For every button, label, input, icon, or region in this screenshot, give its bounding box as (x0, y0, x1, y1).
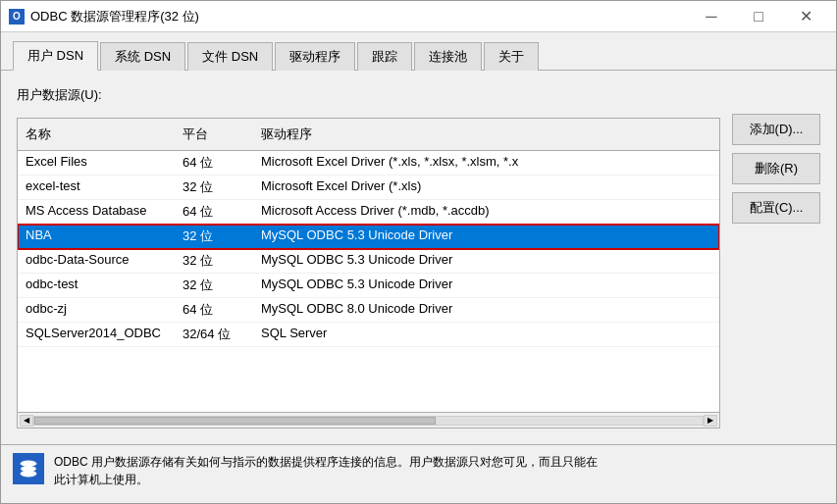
scrollbar-track[interactable] (33, 416, 704, 426)
tab-about[interactable]: 关于 (484, 42, 539, 71)
cell-name: odbc-test (18, 274, 175, 297)
cell-name: Excel Files (18, 151, 175, 175)
cell-driver: MySQL ODBC 8.0 Unicode Driver (253, 298, 719, 322)
footer-line2: 此计算机上使用。 (54, 471, 598, 488)
table-row[interactable]: MS Access Database64 位Microsoft Access D… (18, 200, 719, 225)
tab-system-dsn[interactable]: 系统 DSN (100, 42, 185, 71)
tab-tracing[interactable]: 跟踪 (357, 42, 412, 71)
table-row[interactable]: excel-test32 位Microsoft Excel Driver (*.… (18, 176, 719, 200)
cell-driver: MySQL ODBC 5.3 Unicode Driver (253, 249, 719, 273)
cell-platform: 64 位 (175, 200, 253, 224)
table-header: 名称 平台 驱动程序 (18, 119, 719, 151)
app-icon: O (9, 9, 25, 25)
cell-platform: 64 位 (175, 298, 253, 322)
scroll-right-arrow[interactable]: ▶ (704, 415, 717, 427)
cell-name: odbc-Data-Source (18, 249, 175, 273)
config-button[interactable]: 配置(C)... (732, 192, 820, 224)
footer-line1: ODBC 用户数据源存储有关如何与指示的数据提供程序连接的信息。用户数据源只对您… (54, 453, 598, 471)
table-row[interactable]: Excel Files64 位Microsoft Excel Driver (*… (18, 151, 719, 176)
table-body[interactable]: Excel Files64 位Microsoft Excel Driver (*… (18, 151, 719, 412)
cell-driver: MySQL ODBC 5.3 Unicode Driver (253, 274, 719, 297)
cell-driver: SQL Server (253, 323, 719, 346)
table-row[interactable]: NBA32 位MySQL ODBC 5.3 Unicode Driver (18, 225, 719, 249)
table-row[interactable]: odbc-zj64 位MySQL ODBC 8.0 Unicode Driver (18, 298, 719, 323)
window-title: ODBC 数据源管理程序(32 位) (30, 8, 199, 25)
cell-driver: Microsoft Excel Driver (*.xls) (253, 176, 719, 199)
delete-button[interactable]: 删除(R) (732, 153, 820, 184)
scrollbar-thumb[interactable] (34, 417, 436, 425)
footer-icon (13, 453, 44, 484)
add-button[interactable]: 添加(D)... (732, 114, 820, 145)
footer-text: ODBC 用户数据源存储有关如何与指示的数据提供程序连接的信息。用户数据源只对您… (54, 453, 598, 488)
tab-file-dsn[interactable]: 文件 DSN (187, 42, 273, 71)
cell-platform: 32 位 (175, 249, 253, 273)
data-table-container: 名称 平台 驱动程序 Excel Files64 位Microsoft Exce… (17, 118, 720, 428)
maximize-button[interactable]: □ (736, 1, 781, 32)
close-button[interactable]: ✕ (783, 1, 828, 32)
title-bar-left: O ODBC 数据源管理程序(32 位) (9, 8, 199, 25)
database-icon (19, 459, 38, 479)
main-panel: 用户数据源(U): 名称 平台 驱动程序 Excel Files64 位Micr… (17, 86, 720, 428)
title-controls: ─ □ ✕ (689, 1, 828, 32)
title-bar: O ODBC 数据源管理程序(32 位) ─ □ ✕ (1, 1, 836, 32)
cell-driver: Microsoft Access Driver (*.mdb, *.accdb) (253, 200, 719, 224)
minimize-button[interactable]: ─ (689, 1, 734, 32)
tab-drivers[interactable]: 驱动程序 (275, 42, 355, 71)
table-row[interactable]: odbc-test32 位MySQL ODBC 5.3 Unicode Driv… (18, 274, 719, 298)
cell-platform: 32 位 (175, 176, 253, 199)
cell-driver: Microsoft Excel Driver (*.xls, *.xlsx, *… (253, 151, 719, 175)
scroll-left-arrow[interactable]: ◀ (20, 415, 33, 427)
cell-name: NBA (18, 225, 175, 248)
table-row[interactable]: odbc-Data-Source32 位MySQL ODBC 5.3 Unico… (18, 249, 719, 274)
svg-point-4 (21, 466, 36, 472)
tab-pool[interactable]: 连接池 (414, 42, 482, 71)
tab-user-dsn[interactable]: 用户 DSN (13, 41, 98, 71)
table-row[interactable]: SQLServer2014_ODBC32/64 位SQL Server (18, 323, 719, 347)
cell-name: MS Access Database (18, 200, 175, 224)
footer: ODBC 用户数据源存储有关如何与指示的数据提供程序连接的信息。用户数据源只对您… (1, 444, 836, 503)
cell-platform: 32/64 位 (175, 323, 253, 346)
section-label: 用户数据源(U): (17, 86, 720, 104)
cell-name: odbc-zj (18, 298, 175, 322)
side-buttons: 添加(D)... 删除(R) 配置(C)... (732, 86, 820, 428)
cell-driver: MySQL ODBC 5.3 Unicode Driver (253, 225, 719, 248)
cell-name: excel-test (18, 176, 175, 199)
header-driver: 驱动程序 (253, 123, 719, 146)
content-area: 用户数据源(U): 名称 平台 驱动程序 Excel Files64 位Micr… (1, 71, 836, 444)
scrollbar-horizontal[interactable]: ◀ ▶ (18, 412, 719, 428)
cell-platform: 64 位 (175, 151, 253, 175)
header-platform: 平台 (175, 123, 253, 146)
header-name: 名称 (18, 123, 175, 146)
cell-name: SQLServer2014_ODBC (18, 323, 175, 346)
cell-platform: 32 位 (175, 225, 253, 248)
main-window: O ODBC 数据源管理程序(32 位) ─ □ ✕ 用户 DSN 系统 DSN… (0, 0, 837, 504)
tab-bar: 用户 DSN 系统 DSN 文件 DSN 驱动程序 跟踪 连接池 关于 (1, 32, 836, 71)
cell-platform: 32 位 (175, 274, 253, 297)
